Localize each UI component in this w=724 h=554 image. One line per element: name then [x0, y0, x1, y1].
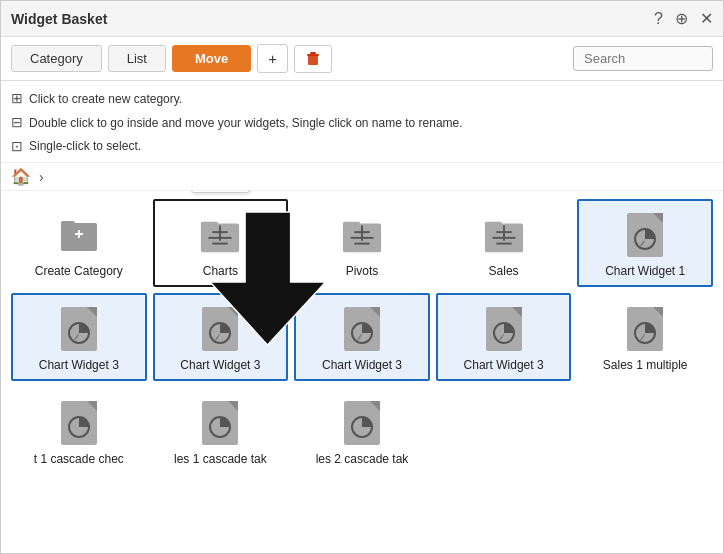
grid-item-cascade-1[interactable]: t 1 cascade chec — [11, 387, 147, 475]
cascade-3-label: les 2 cascade tak — [316, 452, 409, 468]
cascade-3-icon — [341, 400, 383, 446]
sales-1-multiple-label: Sales 1 multiple — [603, 358, 688, 374]
grid-item-chart-widget-3-b[interactable]: Chart Widget 3 — [153, 293, 289, 381]
grid-item-create-category[interactable]: Create Category — [11, 199, 147, 287]
window-title: Widget Basket — [11, 11, 107, 27]
svg-rect-23 — [492, 237, 515, 239]
grid-area: Create Category Charts — [1, 191, 723, 553]
tab-category[interactable]: Category — [11, 45, 102, 72]
move-button[interactable]: Move — [172, 45, 251, 72]
close-icon[interactable]: ✕ — [700, 9, 713, 28]
title-bar: Widget Basket ? ⊕ ✕ — [1, 1, 723, 37]
grid-item-charts[interactable]: Charts Charts — [153, 199, 289, 287]
tab-list[interactable]: List — [108, 45, 166, 72]
grid-item-cascade-3[interactable]: les 2 cascade tak — [294, 387, 430, 475]
widget-grid: Create Category Charts — [11, 199, 713, 475]
add-button[interactable]: + — [257, 44, 288, 73]
svg-rect-0 — [308, 56, 318, 65]
sales-label: Sales — [489, 264, 519, 280]
svg-rect-17 — [351, 237, 374, 239]
grid-item-sales-1-multiple[interactable]: Sales 1 multiple — [577, 293, 713, 381]
move-icon[interactable]: ⊕ — [675, 9, 688, 28]
grid-item-chart-widget-3-a[interactable]: Chart Widget 3 — [11, 293, 147, 381]
info-icon-3: ⊡ — [11, 135, 23, 159]
info-line-3: Single-click to select. — [29, 136, 141, 156]
svg-rect-8 — [201, 221, 218, 227]
cascade-2-label: les 1 cascade tak — [174, 452, 267, 468]
sales-1-multiple-icon — [624, 306, 666, 352]
chart-widget-1-label: Chart Widget 1 — [605, 264, 685, 280]
svg-rect-6 — [78, 230, 80, 238]
nav-chevron-icon[interactable]: › — [39, 169, 44, 185]
chart-widget-3b-icon — [199, 306, 241, 352]
svg-rect-4 — [61, 221, 75, 226]
chart-widget-3c-label: Chart Widget 3 — [322, 358, 402, 374]
svg-rect-1 — [307, 54, 319, 56]
info-line-2: Double click to go inside and move your … — [29, 113, 463, 133]
create-category-label: Create Category — [35, 264, 123, 280]
info-icon-1: ⊞ — [11, 87, 23, 111]
search-input[interactable] — [573, 46, 713, 71]
delete-button[interactable] — [294, 45, 332, 73]
svg-rect-18 — [354, 242, 369, 244]
grid-item-chart-widget-3-d[interactable]: Chart Widget 3 — [436, 293, 572, 381]
pivots-label: Pivots — [346, 264, 379, 280]
grid-item-cascade-2[interactable]: les 1 cascade tak — [153, 387, 289, 475]
toolbar: Category List Move + — [1, 37, 723, 81]
svg-rect-11 — [209, 237, 232, 239]
info-bar: ⊞ Click to create new category. ⊟ Double… — [1, 81, 723, 163]
charts-folder-icon — [199, 212, 241, 258]
chart-widget-3a-icon — [58, 306, 100, 352]
svg-rect-24 — [496, 242, 511, 244]
window: Widget Basket ? ⊕ ✕ Category List Move +… — [0, 0, 724, 554]
charts-tooltip: Charts — [192, 191, 249, 193]
info-icon-2: ⊟ — [11, 111, 23, 135]
grid-item-sales[interactable]: Sales — [436, 199, 572, 287]
info-line-1: Click to create new category. — [29, 89, 182, 109]
cascade-2-icon — [199, 400, 241, 446]
grid-item-chart-widget-3-c[interactable]: Chart Widget 3 — [294, 293, 430, 381]
svg-rect-12 — [213, 242, 228, 244]
svg-rect-14 — [343, 221, 360, 227]
help-icon[interactable]: ? — [654, 10, 663, 28]
trash-icon — [305, 51, 321, 67]
chart-widget-3c-icon — [341, 306, 383, 352]
charts-label: Charts — [203, 264, 238, 280]
cascade-1-icon — [58, 400, 100, 446]
sales-folder-icon — [483, 212, 525, 258]
chart-widget-3d-label: Chart Widget 3 — [464, 358, 544, 374]
chart-widget-3a-label: Chart Widget 3 — [39, 358, 119, 374]
svg-rect-20 — [485, 221, 502, 227]
svg-rect-2 — [310, 52, 316, 54]
title-bar-icons: ? ⊕ ✕ — [654, 9, 713, 28]
pivots-folder-icon — [341, 212, 383, 258]
grid-item-pivots[interactable]: Pivots — [294, 199, 430, 287]
chart-widget-3b-label: Chart Widget 3 — [180, 358, 260, 374]
grid-item-chart-widget-1[interactable]: Chart Widget 1 — [577, 199, 713, 287]
create-category-icon — [58, 212, 100, 258]
cascade-1-label: t 1 cascade chec — [34, 452, 124, 468]
nav-bar: 🏠 › — [1, 163, 723, 191]
chart-widget-1-icon — [624, 212, 666, 258]
chart-widget-3d-icon — [483, 306, 525, 352]
home-nav-button[interactable]: 🏠 — [11, 167, 31, 186]
